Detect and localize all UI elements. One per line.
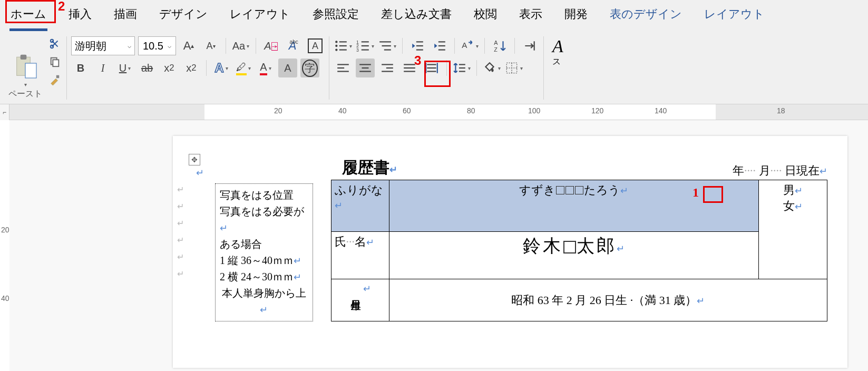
tab-review[interactable]: 校閲 bbox=[473, 4, 498, 31]
line-spacing-button[interactable] bbox=[452, 58, 471, 77]
callout-box-2 bbox=[5, 0, 56, 23]
birth-value-cell: 昭和 63 年 2 月 26 日生 ·（満 31 歳）↵ bbox=[389, 279, 827, 321]
cut-button[interactable] bbox=[47, 36, 62, 51]
ribbon-tabs: ホーム 挿入 描画 デザイン レイアウト 参照設定 差し込み文書 校閲 表示 開… bbox=[0, 0, 868, 31]
align-right-button[interactable] bbox=[378, 58, 397, 77]
callout-num-3: 3 bbox=[414, 53, 421, 68]
svg-text:3: 3 bbox=[356, 47, 359, 53]
bullets-button[interactable] bbox=[334, 36, 353, 55]
group-styles: A ス bbox=[544, 36, 568, 100]
callout-num-2: 2 bbox=[58, 0, 65, 14]
svg-point-10 bbox=[335, 45, 337, 47]
ruler: ⌐ 20 40 60 80 100 120 140 18 bbox=[0, 104, 868, 120]
ribbon: ▾ ペースト 游明朝⌵ 10.5⌵ A▴ A▾ Aa A⍈ abcA A B I… bbox=[0, 31, 868, 104]
text-direction-button[interactable]: A bbox=[460, 36, 479, 55]
tab-view[interactable]: 表示 bbox=[518, 4, 543, 31]
highlight-button[interactable]: 🖊 bbox=[234, 58, 253, 77]
sort-button[interactable]: AZ bbox=[490, 36, 509, 55]
decrease-indent-button[interactable] bbox=[408, 36, 427, 55]
tab-table-layout[interactable]: レイアウト bbox=[703, 4, 766, 31]
tab-layout[interactable]: レイアウト bbox=[229, 4, 291, 31]
workspace: 20 40 ✥ ↵ 履歴書↵ 年···· 月···· 日現在↵ ↵ bbox=[0, 120, 868, 371]
date-line: 年···· 月···· 日現在↵ bbox=[733, 163, 827, 179]
svg-rect-7 bbox=[56, 75, 60, 79]
subscript-button[interactable]: x2 bbox=[160, 58, 179, 77]
font-name-select[interactable]: 游明朝⌵ bbox=[71, 36, 135, 55]
group-clipboard: ▾ ペースト bbox=[4, 36, 67, 100]
tab-insert[interactable]: 挿入 bbox=[67, 4, 93, 31]
strikethrough-button[interactable]: ab bbox=[138, 58, 157, 77]
name-value-cell: 鈴木太郎↵ bbox=[389, 232, 759, 279]
document-area[interactable]: ✥ ↵ 履歴書↵ 年···· 月···· 日現在↵ ↵ 写真をはる位置 ↵ bbox=[9, 120, 868, 371]
cv-table: ↵ 写真をはる位置 ↵ 写真をはる必要が↵ ↵ ある場合 ↵ 1 縦 36～40… bbox=[193, 180, 827, 321]
character-shading-button[interactable]: A bbox=[278, 58, 297, 77]
svg-rect-6 bbox=[53, 60, 58, 66]
font-size-select[interactable]: 10.5⌵ bbox=[138, 36, 176, 55]
clear-formatting-button[interactable]: A⍈ bbox=[261, 36, 280, 55]
character-border-button[interactable]: A bbox=[306, 36, 325, 55]
doc-title: 履歴書↵ bbox=[342, 157, 397, 179]
vertical-ruler[interactable]: 20 40 bbox=[0, 120, 9, 371]
align-center-button[interactable] bbox=[356, 58, 375, 77]
phonetic-guide-button[interactable]: abcA bbox=[284, 36, 303, 55]
group-font: 游明朝⌵ 10.5⌵ A▴ A▾ Aa A⍈ abcA A B I U ab x… bbox=[67, 36, 329, 100]
borders-button[interactable] bbox=[504, 58, 523, 77]
underline-button[interactable]: U bbox=[115, 58, 134, 77]
tab-mailings[interactable]: 差し込み文書 bbox=[380, 4, 453, 31]
photo-instructions: ↵ 写真をはる位置 ↵ 写真をはる必要が↵ ↵ ある場合 ↵ 1 縦 36～40… bbox=[215, 183, 313, 321]
numbering-button[interactable]: 123 bbox=[356, 36, 375, 55]
change-case-button[interactable]: Aa bbox=[231, 36, 250, 55]
gender-cell: 男↵ 女↵ bbox=[759, 180, 827, 279]
gender-male[interactable]: 男 bbox=[783, 183, 795, 197]
name-label-cell: 氏···名↵ bbox=[331, 232, 389, 279]
callout-box-1 bbox=[703, 186, 723, 203]
svg-text:A: A bbox=[462, 41, 467, 50]
svg-point-12 bbox=[335, 48, 337, 51]
tab-table-design[interactable]: 表のデザイン bbox=[609, 4, 683, 31]
align-left-button[interactable] bbox=[334, 58, 353, 77]
format-painter-button[interactable] bbox=[47, 72, 62, 87]
callout-box-3 bbox=[424, 61, 451, 87]
gender-female[interactable]: 女 bbox=[783, 199, 795, 212]
show-marks-button[interactable] bbox=[520, 36, 539, 55]
svg-point-8 bbox=[335, 41, 337, 43]
horizontal-ruler[interactable]: 20 40 60 80 100 120 140 18 bbox=[9, 104, 868, 120]
font-color-button[interactable]: A bbox=[256, 58, 275, 77]
enclose-characters-button[interactable]: 字 bbox=[300, 58, 319, 77]
superscript-button[interactable]: x2 bbox=[182, 58, 201, 77]
tab-references[interactable]: 参照設定 bbox=[311, 4, 360, 31]
page: ✥ ↵ 履歴書↵ 年···· 月···· 日現在↵ ↵ 写真をはる位置 ↵ bbox=[173, 136, 847, 368]
svg-rect-1 bbox=[21, 55, 27, 60]
tab-design[interactable]: デザイン bbox=[158, 4, 209, 31]
tab-selector[interactable]: ⌐ bbox=[0, 104, 9, 120]
paste-label: ペースト bbox=[8, 89, 42, 100]
tab-draw[interactable]: 描画 bbox=[113, 4, 138, 31]
increase-indent-button[interactable] bbox=[430, 36, 449, 55]
furigana-label-cell: ふりがな↵ bbox=[331, 180, 389, 232]
svg-text:A: A bbox=[494, 40, 498, 46]
multilevel-list-button[interactable] bbox=[378, 36, 397, 55]
grow-font-button[interactable]: A▴ bbox=[179, 36, 198, 55]
svg-rect-2 bbox=[25, 63, 36, 78]
photo-cell: ↵ 写真をはる位置 ↵ 写真をはる必要が↵ ↵ ある場合 ↵ 1 縦 36～40… bbox=[193, 180, 331, 321]
paste-icon[interactable] bbox=[11, 52, 40, 82]
text-effects-button[interactable]: A bbox=[212, 58, 231, 77]
shading-button[interactable] bbox=[482, 58, 501, 77]
para-mark-icon: ↵ bbox=[196, 167, 204, 179]
styles-label: ス bbox=[552, 56, 561, 67]
bold-button[interactable]: B bbox=[71, 58, 90, 77]
tab-developer[interactable]: 開発 bbox=[563, 4, 589, 31]
italic-button[interactable]: I bbox=[93, 58, 112, 77]
shrink-font-button[interactable]: A▾ bbox=[201, 36, 220, 55]
callout-num-1: 1 bbox=[693, 186, 699, 200]
svg-text:Z: Z bbox=[494, 46, 498, 53]
styles-icon[interactable]: A bbox=[552, 36, 563, 56]
birth-label-cell: 生年月日↵ bbox=[331, 279, 389, 321]
table-move-handle[interactable]: ✥ bbox=[189, 154, 200, 165]
copy-button[interactable] bbox=[47, 54, 62, 69]
